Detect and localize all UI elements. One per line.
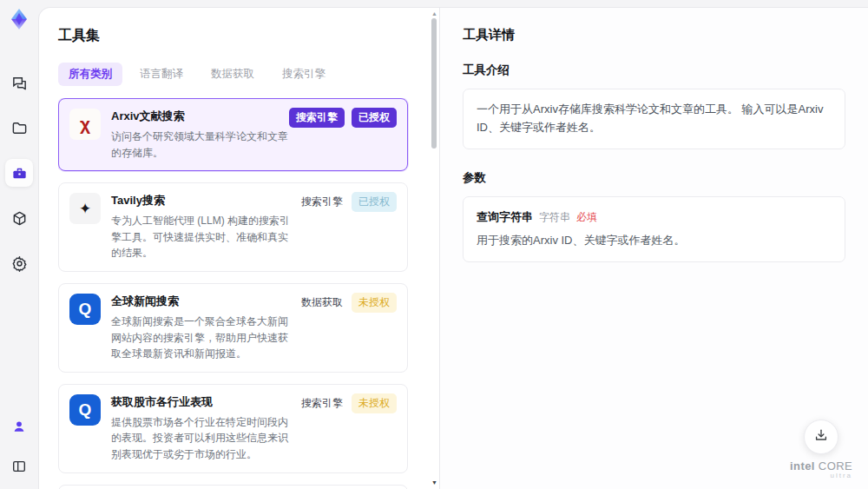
tool-description: 全球新闻搜索是一个聚合全球各大新闻网站内容的搜索引擎，帮助用户快速获取全球最新资… <box>111 314 294 362</box>
sidebar-item-settings[interactable] <box>5 249 33 277</box>
auth-badge: 已授权 <box>352 192 397 212</box>
intro-heading: 工具介绍 <box>463 63 845 78</box>
scroll-up-arrow[interactable]: ▲ <box>431 11 437 17</box>
category-tab-2[interactable]: 数据获取 <box>201 63 265 86</box>
detail-title: 工具详情 <box>463 27 845 43</box>
auth-badge: 未授权 <box>352 393 397 413</box>
tool-card[interactable]: χ Arxiv文献搜索 访问各个研究领域大量科学论文和文章的存储库。 搜索引擎 … <box>58 98 408 171</box>
tool-card[interactable]: ✦ Tavily搜索 专为人工智能代理 (LLM) 构建的搜索引擎工具。可快速提… <box>58 182 408 272</box>
brand-logo: intel CORE ultra <box>790 460 852 480</box>
auth-badge: 未授权 <box>352 293 397 313</box>
tool-icon: χ <box>69 109 101 140</box>
category-chip: 搜索引擎 <box>299 192 345 212</box>
tools-panel: 工具集 所有类别语言翻译数据获取搜索引擎 χ Arxiv文献搜索 访问各个研究领… <box>39 8 440 489</box>
category-tab-3[interactable]: 搜索引擎 <box>272 63 336 86</box>
auth-badge: 已授权 <box>352 108 397 128</box>
sidebar-item-packages[interactable] <box>5 204 33 232</box>
tool-icon: Q <box>69 294 101 325</box>
param-name: 查询字符串 <box>477 208 533 227</box>
tool-description: 访问各个研究领域大量科学论文和文章的存储库。 <box>111 129 294 161</box>
scrollbar-thumb[interactable] <box>431 18 437 149</box>
param-type: 字符串 <box>539 209 570 226</box>
toolbox-icon <box>11 165 28 182</box>
category-tab-1[interactable]: 语言翻译 <box>129 63 194 86</box>
sidebar-item-tools[interactable] <box>5 159 33 187</box>
category-chip: 搜索引擎 <box>299 393 345 413</box>
sidebar-item-files[interactable] <box>5 114 33 142</box>
tool-name: Tavily搜索 <box>111 193 294 208</box>
sidebar-item-chat[interactable] <box>5 69 33 96</box>
params-heading: 参数 <box>463 170 845 186</box>
tool-card[interactable]: Q 获取股市各行业表现 提供股票市场各个行业在特定时间段内的表现。投资者可以利用… <box>58 384 408 473</box>
param-required-badge: 必填 <box>576 209 597 226</box>
app-logo <box>8 8 30 30</box>
download-button[interactable] <box>804 420 838 454</box>
cube-icon <box>11 210 28 227</box>
tool-name: 获取股市各行业表现 <box>111 394 294 410</box>
panel-toggle-icon <box>11 459 27 474</box>
main-surface: 工具集 所有类别语言翻译数据获取搜索引擎 χ Arxiv文献搜索 访问各个研究领… <box>38 7 868 489</box>
tool-icon: ✦ <box>69 193 101 224</box>
settings-icon <box>11 255 28 272</box>
tool-list: χ Arxiv文献搜索 访问各个研究领域大量科学论文和文章的存储库。 搜索引擎 … <box>58 98 422 489</box>
category-chip: 数据获取 <box>299 293 345 313</box>
sidebar-item-collapse[interactable] <box>5 453 33 480</box>
category-chip: 搜索引擎 <box>289 108 345 128</box>
tool-name: Arxiv文献搜索 <box>111 109 294 124</box>
folder-icon <box>11 120 28 136</box>
intro-text: 一个用于从Arxiv存储库搜索科学论文和文章的工具。 输入可以是Arxiv ID… <box>477 102 823 134</box>
detail-panel: 工具详情 工具介绍 一个用于从Arxiv存储库搜索科学论文和文章的工具。 输入可… <box>440 8 868 489</box>
tool-icon: Q <box>69 394 101 426</box>
category-tabs: 所有类别语言翻译数据获取搜索引擎 <box>58 63 422 86</box>
category-tab-0[interactable]: 所有类别 <box>58 63 122 86</box>
sidebar-item-account[interactable] <box>5 413 33 440</box>
download-icon <box>813 427 829 446</box>
scroll-down-arrow[interactable]: ▼ <box>431 480 437 486</box>
list-scrollbar[interactable]: ▲ ▼ <box>431 10 437 489</box>
tool-card[interactable]: Q 全球新闻搜索 全球新闻搜索是一个聚合全球各大新闻网站内容的搜索引擎，帮助用户… <box>58 283 408 373</box>
param-box: 查询字符串 字符串 必填 用于搜索的Arxiv ID、关键字或作者姓名。 <box>463 196 845 263</box>
chat-icon <box>11 75 28 91</box>
left-rail <box>0 0 38 489</box>
tool-description: 专为人工智能代理 (LLM) 构建的搜索引擎工具。可快速提供实时、准确和真实的结… <box>111 213 294 261</box>
user-icon <box>11 419 27 434</box>
brand-sub-label: ultra <box>790 472 852 480</box>
intro-box: 一个用于从Arxiv存储库搜索科学论文和文章的工具。 输入可以是Arxiv ID… <box>463 89 845 149</box>
tool-card[interactable]: Q 获取市场最活跃股票信息 提供当天交易量最高的股票列表，投资者可以利用这些信息… <box>58 485 408 489</box>
tool-description: 提供股票市场各个行业在特定时间段内的表现。投资者可以利用这些信息来识别表现优于或… <box>111 414 294 463</box>
tool-name: 全球新闻搜索 <box>111 294 294 309</box>
page-title: 工具集 <box>58 27 422 45</box>
param-desc: 用于搜索的Arxiv ID、关键字或作者姓名。 <box>477 232 832 250</box>
